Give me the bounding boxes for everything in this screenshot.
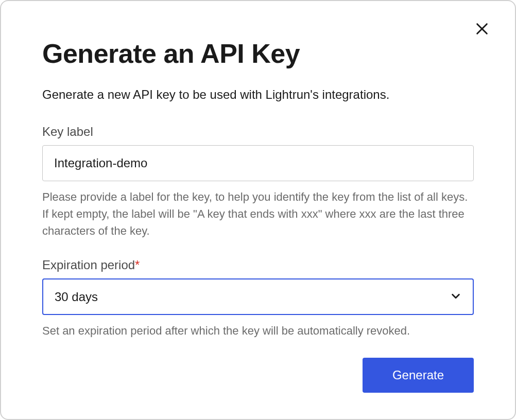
key-label-help: Please provide a label for the key, to h… (42, 188, 474, 239)
key-label-field: Key label Please provide a label for the… (42, 125, 474, 239)
expiration-select[interactable]: 30 days (42, 278, 474, 315)
expiration-help: Set an expiration period after which the… (42, 322, 474, 339)
close-button[interactable] (472, 20, 492, 40)
key-label-input[interactable] (42, 145, 474, 181)
required-asterisk: * (135, 258, 140, 272)
expiration-label-text: Expiration period (42, 258, 135, 272)
generate-api-key-modal: Generate an API Key Generate a new API k… (0, 0, 516, 420)
key-label-label: Key label (42, 125, 474, 139)
expiration-select-wrapper: 30 days (42, 278, 474, 315)
modal-title: Generate an API Key (42, 38, 474, 69)
generate-button[interactable]: Generate (363, 358, 474, 393)
close-icon (475, 22, 489, 38)
expiration-label: Expiration period* (42, 258, 474, 272)
expiration-field: Expiration period* 30 days Set an expira… (42, 258, 474, 339)
modal-footer: Generate (42, 358, 474, 393)
modal-description: Generate a new API key to be used with L… (42, 87, 474, 102)
